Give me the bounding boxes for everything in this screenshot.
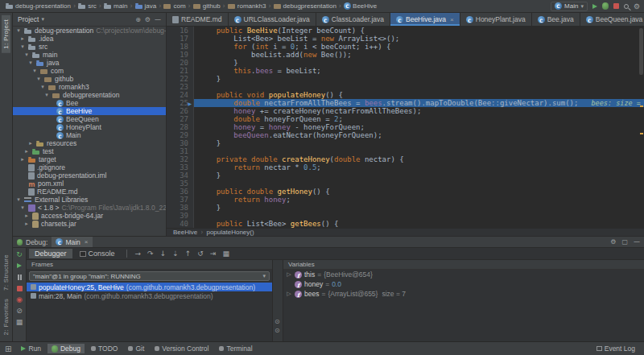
- tree-item-gitignore[interactable]: .gitignore: [13, 163, 166, 171]
- statusbar-debug[interactable]: Debug: [47, 344, 85, 353]
- tree-item-access-bridge-64-jar[interactable]: ▸access-bridge-64.jar: [13, 212, 166, 220]
- force-step-into-button[interactable]: ⇣: [170, 250, 181, 258]
- code-line[interactable]: double honeyForQueen = 2;: [194, 115, 644, 123]
- line-number[interactable]: 31: [167, 147, 188, 155]
- tree-item-main[interactable]: ▾main: [13, 51, 166, 59]
- line-number[interactable]: 23: [167, 83, 188, 91]
- code-line[interactable]: [194, 147, 644, 155]
- code-line[interactable]: return honey;: [194, 196, 644, 204]
- tree-item-src[interactable]: ▾src: [13, 43, 166, 51]
- tree-item-readme-md[interactable]: README.md: [13, 188, 166, 196]
- resume-button[interactable]: [15, 262, 24, 270]
- debug-tab-console[interactable]: Console: [74, 249, 121, 258]
- watch-circle-icon-1[interactable]: ⊙: [275, 318, 280, 325]
- restore-layout-button[interactable]: ▦: [15, 318, 24, 326]
- settings-button[interactable]: ⚙: [145, 16, 151, 23]
- tree-item-target[interactable]: ▸target: [13, 155, 166, 163]
- tree-item-idea[interactable]: ▸.idea: [13, 35, 166, 43]
- toolwindow-button-2-favorites[interactable]: 2: Favorites: [2, 295, 10, 339]
- chevron-down-icon[interactable]: ▾: [41, 16, 44, 23]
- line-number[interactable]: 26: [167, 107, 188, 115]
- statusbar-todo[interactable]: TODO: [87, 344, 122, 353]
- tree-item-beequeen[interactable]: BeeQueen: [13, 115, 166, 123]
- breadcrumb-github[interactable]: github: [192, 2, 222, 10]
- toolwindow-switcher-icon[interactable]: ⊞: [5, 345, 11, 353]
- tree-item-external-libraries[interactable]: ▾External Libraries: [13, 196, 166, 204]
- code-line[interactable]: [194, 180, 644, 188]
- code-line[interactable]: honey = honey - honeyForQueen;: [194, 123, 644, 131]
- code-line[interactable]: }: [194, 59, 644, 67]
- show-execution-point-button[interactable]: →: [133, 250, 144, 258]
- code-line[interactable]: [194, 83, 644, 91]
- line-number[interactable]: 36: [167, 188, 188, 196]
- code-line[interactable]: public List<Bee> getBees() {: [194, 220, 644, 228]
- code-line[interactable]: beeList.add(new Bee());: [194, 51, 644, 59]
- code-line[interactable]: }: [194, 171, 644, 180]
- line-number[interactable]: 21: [167, 67, 188, 75]
- drop-frame-button[interactable]: ↺: [195, 250, 206, 258]
- view-breakpoints-button[interactable]: ◉: [15, 295, 24, 303]
- settings-button[interactable]: ⚙: [634, 2, 640, 10]
- statusbar-version-control[interactable]: Version Control: [151, 344, 213, 353]
- variable-this[interactable]: ▷this={BeeHive@654}: [283, 270, 644, 279]
- tree-item-debug-presentation[interactable]: ▾debug-presentationC:\projects\own\debug…: [13, 27, 166, 35]
- variable-bees[interactable]: ▷bees={ArrayList@655}size = 7: [283, 289, 644, 299]
- hide-icon[interactable]: —: [634, 238, 640, 246]
- code-line[interactable]: public BeeHive(Integer beeCount) {: [194, 27, 644, 35]
- evaluate-expression-button[interactable]: ▦: [220, 250, 232, 258]
- tree-item-romankh3[interactable]: ▾romankh3: [13, 83, 166, 91]
- run-to-cursor-button[interactable]: ⇥: [208, 250, 219, 258]
- line-number[interactable]: 37: [167, 196, 188, 204]
- tree-item-main[interactable]: Main: [13, 131, 166, 139]
- line-number[interactable]: 34: [167, 171, 188, 180]
- pause-button[interactable]: [15, 273, 24, 281]
- breadcrumb-main[interactable]: main: [102, 2, 129, 10]
- code-line[interactable]: public void populateHoney() {: [194, 91, 644, 99]
- tab-beequeen-java[interactable]: BeeQueen.java: [580, 13, 644, 26]
- line-number[interactable]: 39: [167, 212, 188, 220]
- code-line[interactable]: }: [194, 139, 644, 147]
- breadcrumb-com[interactable]: com: [162, 2, 187, 10]
- tree-item-bee[interactable]: Bee: [13, 99, 166, 107]
- frame-item[interactable]: main:28, Main(com.github.romankh3.debugp…: [27, 291, 272, 300]
- editor-breadcrumb-beehive[interactable]: BeeHive: [173, 229, 197, 236]
- close-icon[interactable]: ×: [450, 16, 454, 23]
- tab-beehive-java[interactable]: BeeHive.java×: [390, 13, 460, 26]
- toolwindow-button-7-structure[interactable]: 7: Structure: [2, 250, 10, 295]
- tree-item-resources[interactable]: ▸resources: [13, 139, 166, 147]
- tree-item-java[interactable]: ▾java: [13, 59, 166, 67]
- code-editor[interactable]: 16171819202122232425▶2627282930313233343…: [167, 27, 644, 228]
- code-line[interactable]: }: [194, 204, 644, 212]
- line-number[interactable]: 25▶: [167, 99, 188, 107]
- line-number[interactable]: 18: [167, 43, 188, 51]
- hide-button[interactable]: —: [155, 16, 161, 23]
- tab-bee-java[interactable]: Bee.java: [532, 13, 580, 26]
- debug-tab-debugger[interactable]: Debugger: [29, 249, 72, 258]
- line-number[interactable]: 24: [167, 91, 188, 99]
- code-line[interactable]: }: [194, 75, 644, 83]
- tab-classloader-java[interactable]: ClassLoader.java: [316, 13, 390, 26]
- line-number[interactable]: 30: [167, 139, 188, 147]
- line-number[interactable]: 19: [167, 51, 188, 59]
- code-line[interactable]: honey += createHoney(nectarFromAllTheBee…: [194, 107, 644, 115]
- step-into-button[interactable]: ↓: [158, 250, 169, 258]
- scrollbar-thumb[interactable]: [639, 28, 643, 75]
- tree-item-debugpresentation[interactable]: ▾debugpresentation: [13, 91, 166, 99]
- debug-button[interactable]: [602, 2, 609, 10]
- code-line[interactable]: [194, 212, 644, 220]
- line-number[interactable]: 32: [167, 155, 188, 163]
- line-number[interactable]: 40: [167, 220, 188, 228]
- line-number[interactable]: 16: [167, 27, 188, 35]
- stop-button[interactable]: [15, 284, 24, 292]
- tree-item-beehive[interactable]: BeeHive: [13, 107, 166, 115]
- code-line[interactable]: public double getHoney() {: [194, 188, 644, 196]
- stop-button[interactable]: [613, 3, 619, 9]
- step-over-button[interactable]: ↷: [145, 250, 156, 258]
- run-config-selector[interactable]: Main ▾: [551, 2, 588, 11]
- tree-item-1-8[interactable]: ▾< 1.8 >C:\Program Files\Java\jdk1.8.0_2…: [13, 204, 166, 212]
- statusbar-terminal[interactable]: Terminal: [215, 344, 256, 353]
- watch-circle-icon-2[interactable]: ⊙: [275, 327, 280, 334]
- statusbar-event-log[interactable]: Event Log: [592, 344, 639, 353]
- code-line[interactable]: beeQueen.eatNectar(honeyForQueen);: [194, 131, 644, 139]
- tab-readme-md[interactable]: README.md: [167, 13, 229, 26]
